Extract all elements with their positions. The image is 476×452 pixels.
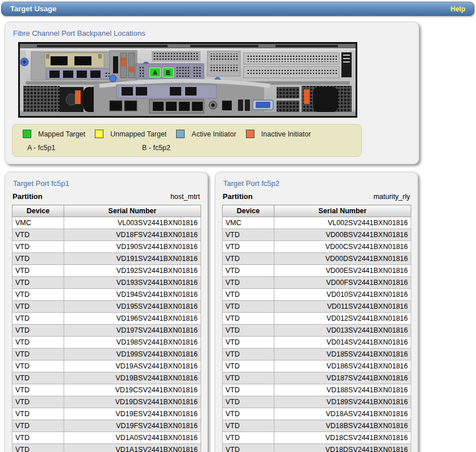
table-row: VTD VD19CSV2441BXN01816 xyxy=(12,384,201,396)
serial-number-cell: VL003SV2441BXN01816 xyxy=(64,217,201,229)
table-row: VTD VD1A0SV2441BXN01816 xyxy=(12,432,201,444)
serial-number-cell: VD00BSV2441BXN01816 xyxy=(274,229,411,241)
table-row: VTD VD013SV2441BXN01816 xyxy=(223,325,411,337)
device-cell: VTD xyxy=(223,360,274,372)
legend-row: Mapped Target Unmapped Target Active Ini… xyxy=(18,130,357,138)
legend-color-swatch xyxy=(95,130,103,138)
serial-number-cell: VD18BSV2441BXN01816 xyxy=(274,420,411,432)
device-cell: VTD xyxy=(12,289,64,301)
serial-number-cell: VD013SV2441BXN01816 xyxy=(274,325,411,337)
device-cell: VTD xyxy=(223,420,274,432)
serial-number-cell: VD012SV2441BXN01816 xyxy=(274,313,411,325)
serial-number-cell: VD00ESV2441BXN01816 xyxy=(274,265,411,277)
serial-number-cell: VD190SV2441BXN01816 xyxy=(64,241,201,253)
serial-number-cell: VD19CSV2441BXN01816 xyxy=(64,384,201,396)
table-row: VTD VD1A1SV2441BXN01816 xyxy=(12,444,201,452)
table-row: VTD VD189SV2441BXN01816 xyxy=(223,396,411,408)
column-header-serial: Serial Number xyxy=(64,205,201,217)
serial-number-cell: VD199SV2441BXN01816 xyxy=(64,349,201,360)
table-row: VTD VD19FSV2441BXN01816 xyxy=(12,420,201,432)
device-cell: VTD xyxy=(12,241,64,253)
device-cell: VTD xyxy=(12,432,64,444)
serial-number-cell: VD198SV2441BXN01816 xyxy=(64,337,201,349)
device-cell: VTD xyxy=(12,420,64,432)
partition-label: Partition xyxy=(223,192,253,201)
table-row: VTD VD199SV2441BXN01816 xyxy=(12,349,201,360)
help-link[interactable]: Help xyxy=(450,5,465,13)
serial-number-cell: VD18CSV2441BXN01816 xyxy=(274,432,411,444)
device-cell: VTD xyxy=(12,372,64,384)
table-row: VTD VD014SV2441BXN01816 xyxy=(223,337,411,349)
legend-item: Inactive Initiator xyxy=(246,130,311,138)
table-row: VMC VL003SV2441BXN01816 xyxy=(12,217,201,229)
table-row: VTD VD194SV2441BXN01816 xyxy=(12,289,201,301)
legend-item: Unmapped Target xyxy=(95,130,166,138)
column-header-serial: Serial Number xyxy=(274,205,411,217)
serial-number-cell: VD192SV2441BXN01816 xyxy=(64,265,201,277)
serial-number-cell: VD18DSV2441BXN01816 xyxy=(274,444,411,452)
legend-item: Active Initiator xyxy=(176,130,236,138)
port-a-assignment: A - fc5p1 xyxy=(27,144,142,152)
serial-number-cell: VD19ASV2441BXN01816 xyxy=(64,360,201,372)
device-cell: VMC xyxy=(223,217,274,229)
partition-value: host_mtrt xyxy=(170,193,200,201)
table-row: VTD VD00CSV2441BXN01816 xyxy=(223,241,411,253)
device-cell: VTD xyxy=(12,384,64,396)
serial-number-cell: VD193SV2441BXN01816 xyxy=(64,277,201,289)
serial-number-cell: VD18ASV2441BXN01816 xyxy=(274,408,411,420)
table-row: VTD VD187SV2441BXN01816 xyxy=(223,372,411,384)
serial-number-cell: VD186SV2441BXN01816 xyxy=(274,360,411,372)
table-row: VMC VL002SV2441BXN01816 xyxy=(223,217,411,229)
column-header-device: Device xyxy=(223,205,274,217)
target-port-title-fc5p2: Target Port fc5p2 xyxy=(223,179,411,188)
serial-number-cell: VD191SV2441BXN01816 xyxy=(64,253,201,265)
device-cell: VTD xyxy=(223,253,274,265)
table-row: VTD VD18DSV2441BXN01816 xyxy=(223,444,411,452)
table-row: VTD VD192SV2441BXN01816 xyxy=(12,265,201,277)
device-cell: VTD xyxy=(223,396,274,408)
device-cell: VTD xyxy=(12,349,64,360)
partition-value: maturity_rly xyxy=(373,193,410,201)
table-row: VTD VD195SV2441BXN01816 xyxy=(12,301,201,313)
table-row: VTD VD197SV2441BXN01816 xyxy=(12,325,201,337)
serial-number-cell: VD197SV2441BXN01816 xyxy=(64,325,201,337)
device-cell: VTD xyxy=(12,360,64,372)
serial-number-cell: VD18FSV2441BXN01816 xyxy=(64,229,201,241)
table-row: VTD VD191SV2441BXN01816 xyxy=(12,253,201,265)
serial-number-cell: VD19FSV2441BXN01816 xyxy=(64,420,201,432)
serial-number-cell: VD196SV2441BXN01816 xyxy=(64,313,201,325)
serial-number-cell: VD00FSV2441BXN01816 xyxy=(274,277,411,289)
device-cell: VTD xyxy=(223,432,274,444)
table-row: VTD VD19DSV2441BXN01816 xyxy=(12,396,201,408)
device-cell: VTD xyxy=(12,277,64,289)
device-cell: VTD xyxy=(12,301,64,313)
page-title: Target Usage xyxy=(10,5,56,13)
target-port-panel-fc5p2: Target Port fc5p2 Partition maturity_rly… xyxy=(215,172,418,452)
device-cell: VTD xyxy=(12,408,64,420)
table-row: VTD VD18CSV2441BXN01816 xyxy=(223,432,411,444)
serial-number-cell: VD014SV2441BXN01816 xyxy=(274,337,411,349)
column-header-device: Device xyxy=(12,205,64,217)
server-backpanel-image: A B xyxy=(18,42,357,118)
table-row: VTD VD190SV2441BXN01816 xyxy=(12,241,201,253)
device-cell: VTD xyxy=(12,265,64,277)
device-cell: VTD xyxy=(223,265,274,277)
legend-color-swatch xyxy=(176,130,185,138)
serial-number-cell: VD185SV2441BXN01816 xyxy=(274,349,411,360)
table-row: VTD VD198SV2441BXN01816 xyxy=(12,337,201,349)
serial-number-cell: VD00CSV2441BXN01816 xyxy=(274,241,411,253)
table-row: VTD VD00ESV2441BXN01816 xyxy=(223,265,411,277)
table-row: VTD VD00BSV2441BXN01816 xyxy=(223,229,411,241)
serial-number-cell: VD011SV2441BXN01816 xyxy=(274,301,411,313)
backpanel-panel-title: Fibre Channel Port Backpanel Locations xyxy=(13,29,412,38)
table-row: VTD VD19ESV2441BXN01816 xyxy=(12,408,201,420)
device-cell: VTD xyxy=(12,444,64,452)
table-row: VTD VD012SV2441BXN01816 xyxy=(223,313,411,325)
partition-row: Partition host_mtrt xyxy=(12,192,200,201)
device-table-header: Device Serial Number xyxy=(12,205,201,217)
table-row: VTD VD196SV2441BXN01816 xyxy=(12,313,201,325)
legend-label: Active Initiator xyxy=(191,130,236,138)
titlebar: Target Usage Help xyxy=(1,2,474,16)
serial-number-cell: VD19ESV2441BXN01816 xyxy=(64,408,201,420)
device-cell: VTD xyxy=(12,253,64,265)
